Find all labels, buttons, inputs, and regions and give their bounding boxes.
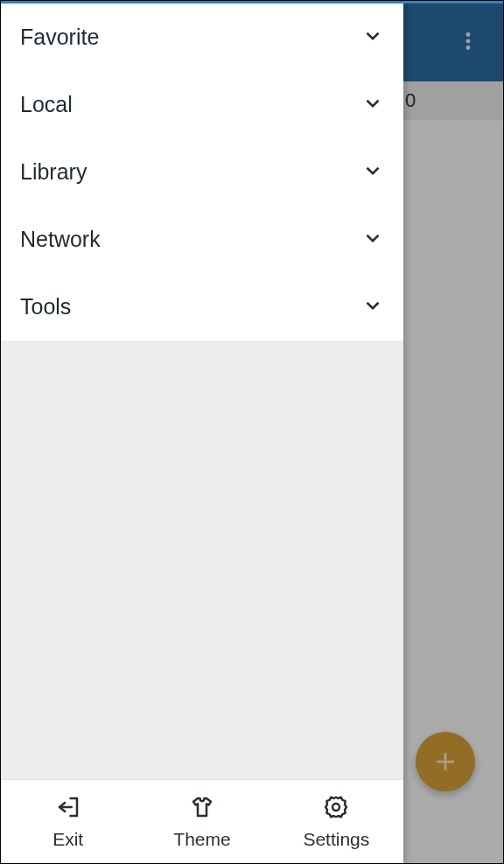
chevron-down-icon — [361, 294, 384, 320]
top-accent-bar — [1, 1, 503, 4]
theme-button[interactable]: Theme — [135, 780, 269, 863]
navigation-drawer: Favorite Local Library Network — [1, 4, 403, 863]
drawer-item-local[interactable]: Local — [1, 71, 403, 138]
drawer-bottom-bar: Exit Theme Settings — [1, 779, 403, 863]
drawer-item-label: Library — [20, 159, 87, 185]
svg-point-6 — [332, 804, 340, 811]
drawer-item-label: Local — [20, 92, 73, 117]
drawer-item-library[interactable]: Library — [1, 138, 403, 206]
drawer-spacer — [1, 341, 403, 779]
drawer-item-tools[interactable]: Tools — [1, 273, 403, 341]
settings-label: Settings — [303, 829, 369, 850]
settings-button[interactable]: Settings — [270, 780, 403, 863]
drawer-item-label: Network — [20, 227, 101, 252]
gear-icon — [323, 794, 349, 824]
chevron-down-icon — [361, 25, 384, 51]
drawer-list: Favorite Local Library Network — [1, 4, 403, 341]
theme-label: Theme — [173, 829, 230, 850]
drawer-item-favorite[interactable]: Favorite — [1, 4, 403, 71]
chevron-down-icon — [361, 227, 384, 253]
chevron-down-icon — [361, 159, 384, 186]
drawer-item-label: Favorite — [20, 25, 99, 50]
exit-icon — [55, 794, 81, 824]
tshirt-icon — [189, 794, 215, 824]
exit-label: Exit — [52, 829, 83, 850]
exit-button[interactable]: Exit — [1, 780, 135, 863]
drawer-item-label: Tools — [20, 294, 71, 320]
drawer-item-network[interactable]: Network — [1, 206, 403, 273]
chevron-down-icon — [361, 92, 384, 118]
